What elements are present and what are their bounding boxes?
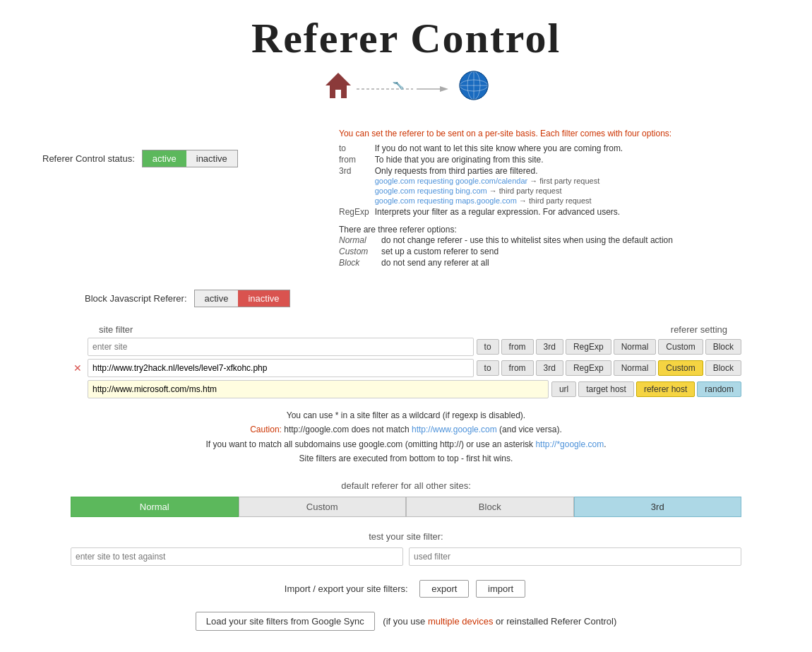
status-row: Referer Control status: active inactive [42,150,339,167]
svg-marker-4 [440,86,448,92]
svg-marker-0 [326,73,351,98]
btn-custom-1[interactable]: Custom [658,339,703,355]
status-active-btn[interactable]: active [143,150,186,167]
info-table: to If you do not want to let this site k… [339,143,628,218]
info-key-regexp: RegExp [339,206,375,218]
delete-icon-try2hack[interactable]: ✕ [71,362,85,374]
info-row-to: to If you do not want to let this site k… [339,143,628,154]
house-icon [323,70,354,107]
default-btn-custom[interactable]: Custom [239,497,407,517]
filter-btns-microsoft: url target host referer host random [551,381,741,397]
wildcard-notes: You can use * in a site filter as a wild… [42,408,770,466]
info-row-from: from To hide that you are originating fr… [339,154,628,165]
info-section: You can set the referer to be sent on a … [339,129,770,268]
sync-note: (if you use multiple devices or reinstal… [383,616,616,627]
caution-end: (and vice versa). [499,425,562,434]
info-key-3rd: 3rd [339,165,375,206]
btn-3rd-1[interactable]: 3rd [536,339,563,355]
btn-to-1[interactable]: to [477,339,499,355]
info-intro: You can set the referer to be sent on a … [339,129,770,138]
export-btn[interactable]: export [419,580,469,598]
option-key-custom: Custom [339,246,381,257]
wildcard-line3: If you want to match all subdomains use … [42,437,770,451]
block-js-row: Block Javascript Referer: active inactiv… [85,290,770,307]
wildcard-line4: Site filters are executed from bottom to… [42,451,770,466]
info-row-3rd: 3rd Only requests from third parties are… [339,165,628,206]
btn-target-host[interactable]: target host [578,381,634,397]
option-key-normal: Normal [339,235,381,246]
site-filter-input-microsoft[interactable] [88,380,549,398]
status-inactive-btn[interactable]: inactive [186,150,237,167]
filter-row-try2hack: ✕ to from 3rd RegExp Normal Custom Block [71,359,741,377]
btn-regexp-2[interactable]: RegExp [566,360,611,376]
option-desc-normal: do not change referer - use this to whit… [381,235,679,246]
btn-random[interactable]: random [697,381,741,397]
option-custom: Custom set up a custom referer to send [339,246,679,257]
default-btn-normal[interactable]: Normal [71,497,239,517]
header-icons: 🔧 [0,70,812,107]
globe-icon [458,70,489,107]
default-btns: Normal Custom Block 3rd [71,497,741,517]
info-row-regexp: RegExp Interprets your filter as a regul… [339,206,628,218]
btn-normal-2[interactable]: Normal [614,360,657,376]
btn-block-1[interactable]: Block [705,339,741,355]
btn-regexp-1[interactable]: RegExp [566,339,611,355]
btn-3rd-2[interactable]: 3rd [536,360,563,376]
caution-link: http://www.google.com [412,425,497,434]
btn-referer-host-active[interactable]: referer host [636,381,695,397]
default-referer-section: default referer for all other sites: Nor… [71,480,741,517]
test-result-input[interactable] [409,547,741,566]
btn-from-2[interactable]: from [501,360,534,376]
options-table: Normal do not change referer - use this … [339,235,679,268]
page-header: Referer Control 🔧 [0,0,812,129]
wildcard-line1: You can use * in a site filter as a wild… [42,408,770,422]
default-btn-block[interactable]: Block [406,497,574,517]
btn-to-2[interactable]: to [477,360,499,376]
option-block: Block do not send any referer at all [339,257,679,268]
info-key-from: from [339,154,375,165]
block-js-active-btn[interactable]: active [195,290,239,307]
status-toggle[interactable]: active inactive [142,150,238,167]
block-js-inactive-btn[interactable]: inactive [238,290,289,307]
sync-note-end: or reinstalled Referer Control) [493,616,616,627]
test-site-input[interactable] [71,547,403,566]
google-sync-btn[interactable]: Load your site filters from Google Sync [196,612,375,631]
filter-row-microsoft: url target host referer host random [71,380,741,398]
block-js-toggle[interactable]: active inactive [194,290,290,307]
row-icon-empty [71,341,85,352]
referer-setting-label: referer setting [671,324,727,335]
test-row [71,547,741,566]
default-btn-3rd[interactable]: 3rd [574,497,742,517]
info-desc-regexp: Interprets your filter as a regular expr… [375,206,629,218]
three-options-title: There are three referer options: [339,225,770,235]
btn-url[interactable]: url [551,381,576,397]
site-filter-input-empty[interactable] [88,338,474,356]
test-section: test your site filter: [71,531,741,566]
btn-normal-1[interactable]: Normal [614,339,657,355]
filter-btns-try2hack: to from 3rd RegExp Normal Custom Block [477,360,741,376]
filter-headers: site filter referer setting [71,321,741,338]
filter-section: site filter referer setting to from 3rd … [71,321,741,398]
option-desc-block: do not send any referer at all [381,257,679,268]
test-title: test your site filter: [71,531,741,542]
import-export-section: Import / export your site filters: expor… [42,580,770,598]
btn-from-1[interactable]: from [501,339,534,355]
filter-row-empty: to from 3rd RegExp Normal Custom Block [71,338,741,356]
wildcard-caution: Caution: http://google.com does not matc… [42,422,770,437]
btn-block-2[interactable]: Block [705,360,741,376]
option-normal: Normal do not change referer - use this … [339,235,679,246]
info-sub-1: google.com requesting google.com/calenda… [375,177,600,205]
caution-label: Caution: [250,425,282,434]
caution-text: http://google.com does not match [284,425,412,434]
option-key-block: Block [339,257,381,268]
main-content: Referer Control status: active inactive … [0,129,812,631]
site-filter-input-try2hack[interactable] [88,359,474,377]
btn-custom-2-active[interactable]: Custom [658,360,703,376]
status-label: Referer Control status: [42,153,135,164]
sync-note-highlight: multiple devices [428,616,494,627]
default-referer-title: default referer for all other sites: [71,480,741,491]
svg-text:🔧: 🔧 [392,82,405,90]
page-title: Referer Control [0,14,812,63]
option-desc-custom: set up a custom referer to send [381,246,679,257]
import-btn[interactable]: import [476,580,525,598]
